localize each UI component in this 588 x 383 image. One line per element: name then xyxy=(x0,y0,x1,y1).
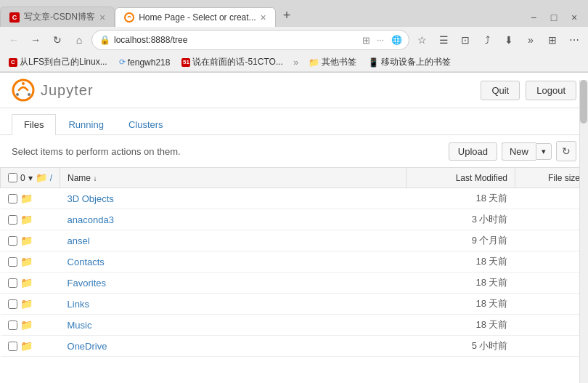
refresh-button[interactable]: ↻ xyxy=(556,141,576,161)
logout-button[interactable]: Logout xyxy=(526,81,576,100)
file-check-cell: 📁 xyxy=(1,336,60,357)
more-tools-icon[interactable]: » xyxy=(521,31,540,49)
file-name-cell: Favorites xyxy=(60,273,407,294)
file-name-link[interactable]: anaconda3 xyxy=(68,214,114,225)
folder-icon: 📁 xyxy=(20,214,33,225)
star-icon[interactable]: ☆ xyxy=(412,31,431,49)
folder-icon: 📁 xyxy=(20,256,33,267)
select-count: 0 xyxy=(20,173,25,183)
toolbar-instruction: Select items to perform actions on them. xyxy=(12,146,181,157)
file-modified-cell: 18 天前 xyxy=(407,188,515,209)
reading-list-icon[interactable]: ☰ xyxy=(434,31,453,49)
folder-bm-icon: 📁 xyxy=(309,57,319,68)
new-button-caret[interactable]: ▾ xyxy=(536,143,552,160)
scroll-track[interactable] xyxy=(579,80,588,383)
download-icon[interactable]: ⬇ xyxy=(499,31,518,49)
quit-button[interactable]: Quit xyxy=(481,81,520,100)
window-close-button[interactable]: × xyxy=(565,8,584,27)
th-name[interactable]: Name ↓ xyxy=(60,168,407,188)
bookmarks-bar: C 从LFS到自己的Linux... ⟳ fengwh218 51 说在前面的话… xyxy=(0,53,588,72)
file-name-link[interactable]: 3D Objects xyxy=(68,193,114,204)
file-modified-cell: 18 天前 xyxy=(407,294,515,315)
table-row: 📁 Links 18 天前 xyxy=(1,294,588,315)
file-checkbox-1[interactable] xyxy=(8,215,17,225)
file-size-cell xyxy=(515,188,588,209)
file-name-cell: OneDrive xyxy=(60,336,407,357)
bookmark-51cto[interactable]: 51 说在前面的话-51CTO... xyxy=(177,55,287,70)
svg-point-2 xyxy=(22,82,25,85)
file-name-link[interactable]: Favorites xyxy=(68,278,106,289)
file-modified-cell: 5 小时前 xyxy=(407,336,515,357)
table-row: 📁 3D Objects 18 天前 xyxy=(1,188,588,209)
file-checkbox-6[interactable] xyxy=(8,320,17,330)
new-btn-group: New ▾ xyxy=(502,142,552,161)
forward-button[interactable]: → xyxy=(26,31,45,49)
scroll-thumb[interactable] xyxy=(580,80,587,124)
file-checkbox-5[interactable] xyxy=(8,299,17,309)
file-name-link[interactable]: OneDrive xyxy=(68,341,107,352)
jupyter-logo-text: Jupyter xyxy=(41,82,94,99)
reload-button[interactable]: ↻ xyxy=(48,31,67,49)
upload-button[interactable]: Upload xyxy=(449,142,497,161)
jupyter-header: Jupyter Quit Logout xyxy=(0,73,588,108)
breadcrumb[interactable]: / xyxy=(50,173,52,183)
bookmark-lfs[interactable]: C 从LFS到自己的Linux... xyxy=(4,55,112,70)
tab-jupyter-close-icon[interactable]: × xyxy=(261,12,266,23)
bookmark-51cto-label: 说在前面的话-51CTO... xyxy=(192,56,282,68)
file-size-cell xyxy=(515,336,588,357)
folder-icon: 📁 xyxy=(20,235,33,246)
file-name-link[interactable]: Links xyxy=(68,299,89,310)
table-row: 📁 Contacts 18 天前 xyxy=(1,251,588,273)
file-name-cell: Contacts xyxy=(60,251,407,273)
address-box[interactable]: 🔒 localhost:8888/tree ⊞ ··· 🌐 xyxy=(91,30,409,50)
tab-running[interactable]: Running xyxy=(56,114,115,134)
file-name-cell: 3D Objects xyxy=(60,188,407,209)
window-minimize-button[interactable]: − xyxy=(524,8,543,27)
tab-jupyter[interactable]: Home Page - Select or creat... × xyxy=(115,7,276,27)
file-size-cell xyxy=(515,230,588,251)
extensions-icon[interactable]: ⊞ xyxy=(543,31,562,49)
jupyter-toolbar: Select items to perform actions on them.… xyxy=(0,135,588,167)
file-checkbox-2[interactable] xyxy=(8,236,17,246)
new-tab-button[interactable]: + xyxy=(276,4,298,27)
file-checkbox-3[interactable] xyxy=(8,257,17,267)
tab-csdn[interactable]: C 写文章-CSDN博客 × xyxy=(0,7,115,27)
file-modified-cell: 18 天前 xyxy=(407,273,515,294)
tab-clusters[interactable]: Clusters xyxy=(116,114,176,134)
tab-files[interactable]: Files xyxy=(12,114,56,135)
bookmark-other[interactable]: 📁 其他书签 xyxy=(304,55,361,70)
window-maximize-button[interactable]: □ xyxy=(544,8,563,27)
file-check-cell: 📁 xyxy=(1,294,60,315)
share-icon[interactable]: ⤴ xyxy=(478,31,497,49)
back-button[interactable]: ← xyxy=(4,31,23,49)
bookmarks-expand-button[interactable]: » xyxy=(290,55,301,69)
th-size: File size xyxy=(515,168,588,188)
file-check-cell: 📁 xyxy=(1,273,60,294)
select-all-checkbox[interactable] xyxy=(8,173,17,182)
file-name-link[interactable]: ansel xyxy=(68,235,90,246)
tab-csdn-close-icon[interactable]: × xyxy=(99,12,105,23)
bookmark-feng[interactable]: ⟳ fengwh218 xyxy=(115,56,175,69)
more-icon: ··· xyxy=(377,35,387,45)
tab-bar: C 写文章-CSDN博客 × Home Page - Select or cre… xyxy=(0,0,588,27)
jupyter-favicon-icon xyxy=(124,12,134,23)
file-size-cell xyxy=(515,251,588,273)
file-name-cell: ansel xyxy=(60,230,407,251)
select-dropdown-icon[interactable]: ▾ xyxy=(28,173,33,183)
file-name-link[interactable]: Contacts xyxy=(68,257,105,267)
file-checkbox-0[interactable] xyxy=(8,194,17,203)
bookmark-mobile[interactable]: 📱 移动设备上的书签 xyxy=(364,55,455,70)
file-check-cell: 📁 xyxy=(1,209,60,230)
th-modified[interactable]: Last Modified xyxy=(407,168,515,188)
file-checkbox-7[interactable] xyxy=(8,342,17,351)
collections-icon[interactable]: ⊡ xyxy=(456,31,475,49)
new-button[interactable]: New xyxy=(502,142,536,161)
file-name-link[interactable]: Music xyxy=(68,320,92,331)
folder-icon: 📁 xyxy=(20,193,33,204)
table-row: 📁 Favorites 18 天前 xyxy=(1,273,588,294)
bookmark-other-label: 其他书签 xyxy=(322,56,356,68)
folder-icon: 📁 xyxy=(20,340,33,352)
file-checkbox-4[interactable] xyxy=(8,278,17,288)
browser-menu-icon[interactable]: ⋯ xyxy=(565,31,584,49)
home-button[interactable]: ⌂ xyxy=(70,31,89,49)
